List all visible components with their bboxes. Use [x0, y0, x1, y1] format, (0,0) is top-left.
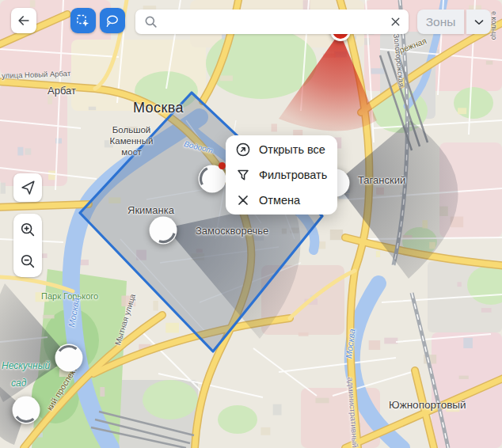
search-icon [143, 14, 159, 30]
locate-me-button[interactable] [13, 173, 42, 202]
zoom-out-icon [19, 252, 36, 270]
menu-item-label: Фильтровать [259, 169, 327, 181]
context-menu: Открыть все Фильтровать Отмена [226, 135, 337, 215]
navigation-arrow-icon [19, 179, 36, 196]
map-app: улица Новый Арбат Арбат Москва Большой К… [0, 0, 502, 448]
menu-item-open-all[interactable]: Открыть все [226, 137, 337, 162]
chevron-down-icon [472, 15, 486, 29]
zoom-out-button[interactable] [13, 245, 42, 277]
lasso-tool-button[interactable] [100, 8, 125, 33]
cluster-marker-southwest[interactable] [11, 395, 41, 425]
cluster-marker-yakimanka[interactable] [148, 215, 178, 245]
map-canvas[interactable] [0, 0, 502, 448]
filter-funnel-icon [236, 168, 250, 182]
back-arrow-icon [16, 13, 32, 28]
select-area-tool-button[interactable] [70, 8, 96, 33]
zones-dropdown-button[interactable] [466, 9, 491, 34]
menu-item-cancel[interactable]: Отмена [226, 188, 337, 213]
zones-button[interactable]: Зоны [417, 9, 464, 34]
cluster-marker-park[interactable] [54, 343, 84, 373]
alert-badge [219, 162, 226, 169]
menu-item-filter[interactable]: Фильтровать [226, 162, 337, 188]
search-bar [135, 9, 409, 34]
marquee-cursor-icon [75, 13, 91, 29]
zones-split-button: Зоны [417, 9, 491, 34]
zoom-in-button[interactable] [13, 214, 42, 245]
clear-search-icon[interactable] [389, 15, 402, 28]
menu-item-label: Открыть все [259, 143, 325, 156]
lasso-icon [105, 13, 120, 29]
back-button[interactable] [11, 8, 36, 33]
close-x-icon [236, 193, 250, 207]
zoom-in-icon [19, 221, 36, 238]
search-input[interactable] [164, 15, 384, 29]
menu-item-label: Отмена [259, 194, 300, 207]
open-in-circle-icon [236, 142, 250, 157]
cluster-marker-center[interactable] [197, 164, 227, 194]
zoom-panel [13, 214, 42, 277]
